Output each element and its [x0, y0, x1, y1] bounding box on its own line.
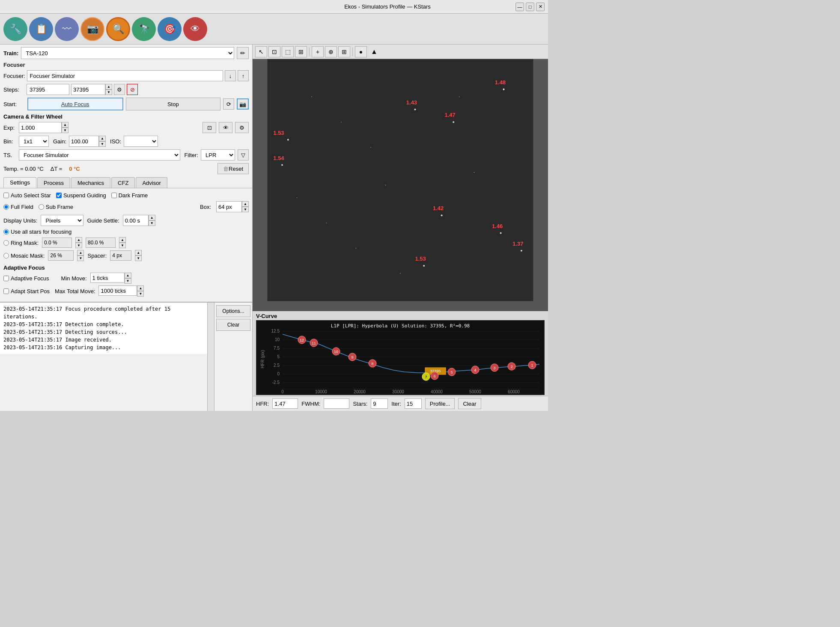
suspend-guiding-checkbox[interactable]: [56, 193, 62, 198]
toolbar-scheduler-button[interactable]: 📋: [29, 17, 53, 41]
img-triangle-button[interactable]: ▲: [368, 46, 380, 58]
tab-process[interactable]: Process: [37, 177, 70, 188]
ring-mask-label[interactable]: Ring Mask:: [3, 240, 39, 246]
focuser-down-button[interactable]: ↓: [225, 70, 236, 81]
box-spin-down[interactable]: ▼: [242, 207, 249, 212]
toolbar-focus-button[interactable]: 🔍: [106, 17, 130, 41]
train-select[interactable]: TSA-120: [21, 47, 234, 59]
exp-spin-up[interactable]: ▲: [62, 122, 69, 128]
gain-spin-up[interactable]: ▲: [99, 136, 106, 141]
reset-button[interactable]: 🗑 Reset: [217, 163, 249, 174]
dark-frame-label[interactable]: Dark Frame: [111, 192, 148, 199]
steps-input1[interactable]: [27, 84, 69, 95]
adaptive-focus-label[interactable]: Adaptive Focus: [3, 275, 49, 282]
vcurve-clear-button[interactable]: Clear: [458, 398, 481, 409]
min-move-input[interactable]: [90, 273, 125, 283]
sub-frame-label[interactable]: Sub Frame: [39, 204, 73, 210]
iso-select[interactable]: [124, 136, 158, 147]
refresh-button[interactable]: ⟳: [223, 98, 234, 110]
ring-mask-radio[interactable]: [3, 240, 9, 246]
img-frame2-button[interactable]: ⊞: [295, 46, 307, 57]
box-input[interactable]: [216, 201, 242, 212]
tab-mechanics[interactable]: Mechanics: [71, 177, 110, 188]
toolbar-guide-button[interactable]: 🎯: [158, 17, 182, 41]
use-all-stars-radio[interactable]: [3, 229, 9, 235]
filter-select[interactable]: LPR: [201, 149, 235, 160]
max-total-move-spin-down[interactable]: ▼: [137, 291, 144, 297]
img-crosshair-button[interactable]: +: [312, 46, 324, 57]
min-move-spin-down[interactable]: ▼: [125, 278, 131, 284]
display-units-select[interactable]: Pixels: [41, 215, 83, 226]
max-total-move-spin-up[interactable]: ▲: [137, 285, 144, 291]
tab-cfz[interactable]: CFZ: [111, 177, 135, 188]
settings2-button[interactable]: ⚙: [235, 122, 249, 133]
auto-select-star-label[interactable]: Auto Select Star: [3, 192, 51, 199]
focuser-stop-button[interactable]: ⊘: [127, 84, 138, 95]
focuser-gear-button[interactable]: ⚙: [114, 84, 125, 95]
close-button[interactable]: ✕: [536, 3, 545, 11]
use-all-stars-label[interactable]: Use all stars for focusing: [3, 229, 71, 235]
steps-spin-down[interactable]: ▼: [105, 89, 112, 95]
adapt-start-pos-label[interactable]: Adapt Start Pos: [3, 288, 50, 294]
focuser-input[interactable]: [27, 70, 223, 81]
toolbar-mount-button[interactable]: 👁: [183, 17, 207, 41]
stop-button[interactable]: Stop: [126, 98, 221, 110]
bin-select[interactable]: 1x1: [19, 136, 49, 147]
focuser-up-button[interactable]: ↑: [238, 70, 249, 81]
img-grid-button[interactable]: ⊞: [338, 46, 350, 57]
mosaic-mask-radio[interactable]: [3, 253, 9, 259]
autofocus-button[interactable]: Auto Focus: [27, 98, 123, 110]
max-total-move-spinbox-buttons: ▲ ▼: [137, 285, 144, 297]
toolbar-align-button[interactable]: 🔭: [132, 17, 156, 41]
guide-settle-spin-down[interactable]: ▼: [149, 220, 155, 226]
guide-settle-spin-up[interactable]: ▲: [149, 215, 155, 220]
sub-frame-radio[interactable]: [39, 204, 44, 210]
steps-input2[interactable]: [71, 84, 105, 95]
img-select-button[interactable]: ↖: [255, 46, 267, 57]
filter-icon-button[interactable]: ▽: [238, 149, 249, 160]
gain-spin-down[interactable]: ▼: [99, 141, 106, 147]
max-total-move-input[interactable]: [98, 285, 137, 296]
full-field-radio[interactable]: [3, 204, 9, 210]
exp-spin-down[interactable]: ▼: [62, 128, 69, 133]
log-options-button[interactable]: Options...: [216, 305, 250, 317]
img-dot-button[interactable]: ●: [355, 46, 367, 57]
stars-input[interactable]: [371, 398, 388, 409]
img-circle-crosshair-button[interactable]: ⊕: [325, 46, 337, 57]
toolbar-analyze-button[interactable]: 〰: [55, 17, 79, 41]
maximize-button[interactable]: □: [526, 3, 534, 11]
log-clear-button[interactable]: Clear: [216, 319, 250, 331]
box-spin-up[interactable]: ▲: [242, 201, 249, 207]
toolbar-setup-button[interactable]: 🔧: [3, 17, 27, 41]
mosaic-mask-label[interactable]: Mosaic Mask:: [3, 253, 45, 259]
adapt-start-pos-checkbox[interactable]: [3, 288, 9, 294]
preview-button[interactable]: 👁: [219, 122, 232, 133]
guide-settle-input[interactable]: [123, 215, 149, 226]
adaptive-focus-checkbox[interactable]: [3, 276, 9, 281]
iter-input[interactable]: [405, 398, 422, 409]
log-scrollbar[interactable]: [207, 303, 214, 411]
toolbar-capture-button[interactable]: 📷: [80, 17, 104, 41]
ts-select[interactable]: Focuser Simulator: [19, 149, 180, 160]
steps-spin-up[interactable]: ▲: [105, 84, 112, 89]
svg-text:30000: 30000: [392, 389, 404, 394]
train-edit-button[interactable]: ✏: [237, 47, 249, 59]
min-move-spin-up[interactable]: ▲: [125, 273, 131, 278]
img-frame-button[interactable]: ⬚: [282, 46, 294, 57]
frame-button[interactable]: ⊡: [203, 122, 216, 133]
gain-input[interactable]: [69, 136, 99, 147]
hfr-value[interactable]: [272, 398, 298, 409]
minimize-button[interactable]: —: [515, 3, 524, 11]
suspend-guiding-label[interactable]: Suspend Guiding: [56, 192, 106, 199]
dark-frame-checkbox[interactable]: [111, 193, 117, 198]
auto-select-star-checkbox[interactable]: [3, 193, 9, 198]
img-crop-button[interactable]: ⊡: [268, 46, 280, 57]
exp-input[interactable]: [19, 122, 62, 133]
fwhm-input[interactable]: [324, 398, 349, 409]
tab-settings[interactable]: Settings: [3, 177, 36, 188]
tab-advisor[interactable]: Advisor: [136, 177, 167, 188]
profile-button[interactable]: Profile...: [425, 398, 455, 409]
camera-icon-button[interactable]: 📷: [237, 98, 249, 110]
bin-label: Bin:: [3, 138, 16, 145]
full-field-label[interactable]: Full Field: [3, 204, 33, 210]
